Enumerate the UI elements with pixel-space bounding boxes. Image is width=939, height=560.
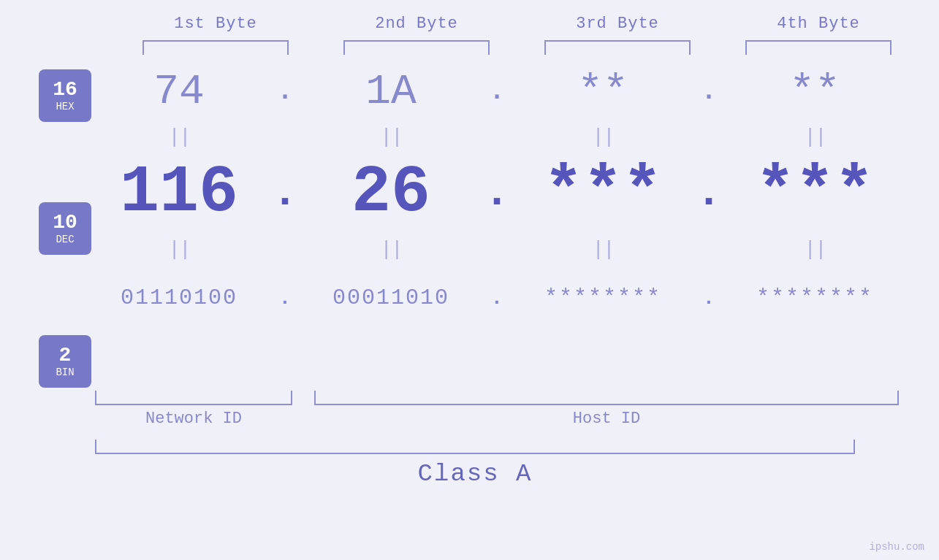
bracket-top-4 <box>745 40 892 55</box>
network-id-label: Network ID <box>95 410 292 428</box>
dec-col2: 26 <box>307 160 475 226</box>
eq1-col1: || <box>95 126 263 148</box>
eq2-col3: || <box>519 238 687 261</box>
network-bracket <box>95 391 292 405</box>
eq1-col4: || <box>731 126 899 148</box>
eq2-col1: || <box>95 238 263 261</box>
dec-badge: 10 DEC <box>39 202 91 255</box>
dec-dot-2: . <box>475 171 519 215</box>
hex-dot-1: . <box>263 77 307 107</box>
bracket-top-3 <box>544 40 691 55</box>
col4-header: 4th Byte <box>718 15 919 33</box>
col1-header: 1st Byte <box>115 15 316 33</box>
hex-badge: 16 HEX <box>39 69 91 122</box>
bin-col2: 00011010 <box>307 285 475 310</box>
hex-col1: 74 <box>95 68 263 115</box>
bin-badge: 2 BIN <box>39 335 91 388</box>
bin-dot-2: . <box>475 287 519 310</box>
bin-dot-3: . <box>687 287 731 310</box>
host-id-label: Host ID <box>314 410 899 428</box>
eq2-col4: || <box>731 238 899 261</box>
label-column: 16 HEX 10 DEC 2 BIN <box>0 62 95 388</box>
bin-row: 01110100 . 00011010 . ******** . <box>95 265 899 331</box>
host-bracket <box>314 391 899 405</box>
bracket-top-2 <box>343 40 490 55</box>
bin-dot-1: . <box>263 287 307 310</box>
dec-col1: 116 <box>95 160 263 226</box>
hex-row: 74 . 1A . ** . ** <box>95 62 899 120</box>
bracket-cell-1 <box>115 40 316 55</box>
dec-col3: *** <box>519 160 687 226</box>
dec-col4: *** <box>731 160 899 226</box>
eq1-col3: || <box>519 126 687 148</box>
hex-col4: ** <box>731 68 899 115</box>
equals-row-1: || || || || <box>95 120 899 153</box>
hex-col2: 1A <box>307 68 475 115</box>
col2-header: 2nd Byte <box>316 15 517 33</box>
hex-col3: ** <box>519 68 687 115</box>
watermark: ipshu.com <box>869 541 924 553</box>
header-row: 1st Byte 2nd Byte 3rd Byte 4th Byte <box>115 15 919 33</box>
hex-dot-2: . <box>475 77 519 107</box>
dec-dot-3: . <box>687 171 731 215</box>
equals-row-2: || || || || <box>95 233 899 265</box>
bracket-cell-2 <box>316 40 517 55</box>
full-bracket <box>95 440 855 454</box>
bin-col4: ******** <box>731 285 899 310</box>
eq2-col2: || <box>307 238 475 261</box>
hex-dot-3: . <box>687 77 731 107</box>
class-a-label: Class A <box>95 460 855 488</box>
bracket-cell-3 <box>517 40 718 55</box>
bracket-cell-4 <box>718 40 919 55</box>
bracket-top-1 <box>142 40 289 55</box>
dec-dot-1: . <box>263 171 307 215</box>
top-bracket-row <box>115 40 919 55</box>
main-container: 1st Byte 2nd Byte 3rd Byte 4th Byte 16 H… <box>0 0 939 560</box>
bin-col3: ******** <box>519 285 687 310</box>
dec-row: 116 . 26 . *** . *** <box>95 153 899 233</box>
col3-header: 3rd Byte <box>517 15 718 33</box>
eq1-col2: || <box>307 126 475 148</box>
bin-col1: 01110100 <box>95 285 263 310</box>
